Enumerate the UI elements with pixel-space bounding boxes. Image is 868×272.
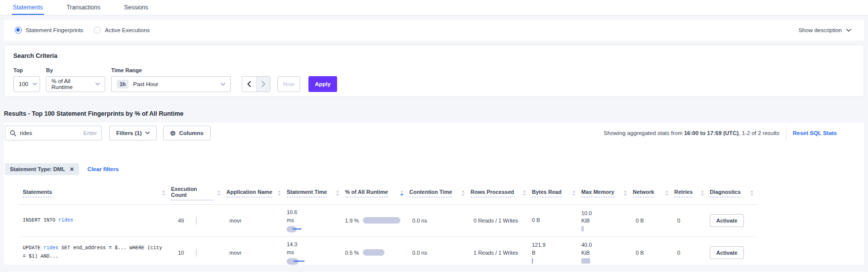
column-header-label: Contention Time bbox=[409, 189, 452, 197]
runtime-pct-bar bbox=[363, 249, 385, 256]
statement-table-link[interactable]: rides bbox=[58, 218, 73, 223]
execution-count-value: 49 bbox=[178, 218, 184, 224]
column-header-label: Network bbox=[633, 189, 654, 197]
top-field: Top 100 bbox=[13, 67, 40, 92]
chevron-down-icon bbox=[33, 83, 37, 86]
now-button[interactable]: Now bbox=[277, 76, 300, 92]
column-header-application-name[interactable]: Application Name bbox=[223, 181, 284, 205]
sort-desc-icon bbox=[750, 194, 753, 196]
show-description-label: Show description bbox=[798, 27, 842, 33]
max-memory-bar bbox=[581, 258, 590, 264]
column-header-max-memory[interactable]: Max Memory bbox=[578, 181, 630, 205]
sort-icon[interactable] bbox=[665, 190, 668, 196]
sort-icon[interactable] bbox=[523, 190, 526, 196]
sort-desc-icon bbox=[701, 194, 704, 196]
reset-sql-stats-link[interactable]: Reset SQL Stats bbox=[793, 130, 837, 136]
activate-diagnostics-button[interactable]: Activate bbox=[710, 246, 744, 259]
cell-max-memory: 40.0KiB bbox=[578, 236, 630, 265]
search-input[interactable] bbox=[20, 130, 69, 136]
column-header-retries[interactable]: Retries bbox=[671, 181, 707, 205]
gear-icon: ⚙ bbox=[170, 130, 176, 136]
max-memory-unit: KiB bbox=[581, 217, 627, 225]
cell-network: 0 B bbox=[630, 205, 671, 237]
sort-desc-icon bbox=[665, 194, 668, 196]
statement-time-unit: ms bbox=[287, 217, 339, 225]
cell-bytes-read: 121.9B bbox=[529, 236, 578, 265]
time-next-button[interactable] bbox=[256, 77, 270, 91]
sort-icon[interactable] bbox=[462, 190, 465, 196]
sort-icon[interactable] bbox=[162, 190, 165, 196]
cell-runtime-pct: 1.9 % bbox=[342, 205, 406, 237]
time-range-label: Time Range bbox=[111, 67, 231, 73]
cell-statement-time: 14.3ms bbox=[284, 236, 342, 265]
tab-statements[interactable]: Statements bbox=[12, 0, 44, 15]
statement-text: UPDATE rides SET end_address = $... WHER… bbox=[23, 244, 165, 261]
column-header-label: % of All Runtime bbox=[345, 189, 388, 197]
sort-icon[interactable] bbox=[701, 190, 704, 196]
sort-desc-icon bbox=[572, 194, 575, 196]
sort-icon[interactable] bbox=[217, 190, 220, 196]
time-prev-button[interactable] bbox=[242, 77, 256, 91]
statement-fragment: INSERT INTO bbox=[23, 218, 58, 223]
column-header-execution-count[interactable]: Execution Count bbox=[168, 181, 223, 205]
tab-sessions[interactable]: Sessions bbox=[123, 0, 149, 15]
cell-network: 0 B bbox=[630, 236, 671, 265]
activate-diagnostics-button[interactable]: Activate bbox=[710, 214, 744, 227]
filter-chip[interactable]: Statement Type: DML ✕ bbox=[5, 163, 79, 175]
column-header-statements[interactable]: Statements bbox=[20, 181, 168, 205]
column-header-bytes-read[interactable]: Bytes Read bbox=[529, 181, 578, 205]
apply-button[interactable]: Apply bbox=[308, 76, 337, 92]
by-select-value: % of All Runtime bbox=[51, 78, 91, 90]
search-box[interactable]: Enter bbox=[5, 126, 102, 140]
column-header-diagnostics[interactable]: Diagnostics bbox=[707, 181, 756, 205]
column-header-contention-time[interactable]: Contention Time bbox=[406, 181, 468, 205]
cell-statement[interactable]: UPDATE rides SET end_address = $... WHER… bbox=[20, 236, 168, 265]
sort-desc-icon bbox=[162, 194, 165, 196]
sort-icon[interactable] bbox=[400, 190, 403, 196]
filters-button[interactable]: Filters (1) bbox=[109, 126, 157, 140]
time-range-select[interactable]: 1h Past Hour bbox=[111, 76, 231, 92]
columns-button[interactable]: ⚙ Columns bbox=[163, 126, 211, 140]
results-panel: Enter Filters (1) ⚙ Columns Showing aggr… bbox=[4, 123, 864, 265]
column-header-rows-processed[interactable]: Rows Processed bbox=[468, 181, 529, 205]
tab-transactions[interactable]: Transactions bbox=[66, 0, 101, 15]
column-header--of-all-runtime[interactable]: % of All Runtime bbox=[342, 181, 406, 205]
runtime-pct-bar bbox=[363, 217, 400, 224]
table-row: UPDATE rides SET end_address = $... WHER… bbox=[20, 236, 756, 265]
show-description-toggle[interactable]: Show description bbox=[798, 27, 851, 33]
bytes-read-value: 0 B bbox=[532, 217, 575, 225]
sort-icon[interactable] bbox=[750, 190, 753, 196]
column-header-label: Retries bbox=[674, 189, 693, 197]
bytes-read-value: 121.9 bbox=[532, 241, 575, 249]
radio-label: Active Executions bbox=[105, 27, 150, 33]
active-filters-row: Statement Type: DML ✕ Clear filters bbox=[5, 163, 837, 175]
cell-statement[interactable]: INSERT INTO rides bbox=[20, 205, 168, 237]
results-toolbar: Enter Filters (1) ⚙ Columns Showing aggr… bbox=[5, 125, 837, 141]
by-select[interactable]: % of All Runtime bbox=[46, 76, 105, 92]
remove-filter-icon[interactable]: ✕ bbox=[70, 166, 74, 173]
column-header-network[interactable]: Network bbox=[630, 181, 671, 205]
sort-icon[interactable] bbox=[278, 190, 281, 196]
execution-count-value: 10 bbox=[178, 250, 184, 256]
sort-asc-icon bbox=[462, 190, 465, 192]
radio-statement-fingerprints[interactable]: Statement Fingerprints bbox=[15, 27, 83, 34]
cell-application-name: movr bbox=[223, 205, 284, 237]
statement-table-link[interactable]: rides bbox=[43, 245, 58, 251]
aggregated-stats-text: Showing aggregated stats from 16:00 to 1… bbox=[604, 130, 779, 136]
sort-icon[interactable] bbox=[624, 190, 627, 196]
search-icon bbox=[10, 130, 16, 136]
sort-asc-icon bbox=[523, 190, 526, 192]
sort-desc-icon bbox=[523, 194, 526, 196]
sort-icon[interactable] bbox=[336, 190, 339, 196]
max-memory-value: 10.0 bbox=[581, 210, 627, 218]
radio-label: Statement Fingerprints bbox=[26, 27, 83, 33]
sort-desc-icon bbox=[624, 194, 627, 196]
radio-dot-icon bbox=[15, 27, 22, 34]
clear-filters-link[interactable]: Clear filters bbox=[87, 166, 119, 172]
column-header-statement-time[interactable]: Statement Time bbox=[284, 181, 342, 205]
time-range-field: Time Range 1h Past Hour bbox=[111, 67, 231, 92]
column-header-label: Execution Count bbox=[171, 186, 214, 200]
radio-active-executions[interactable]: Active Executions bbox=[94, 27, 150, 34]
sort-icon[interactable] bbox=[572, 190, 575, 196]
top-select[interactable]: 100 bbox=[13, 76, 40, 92]
